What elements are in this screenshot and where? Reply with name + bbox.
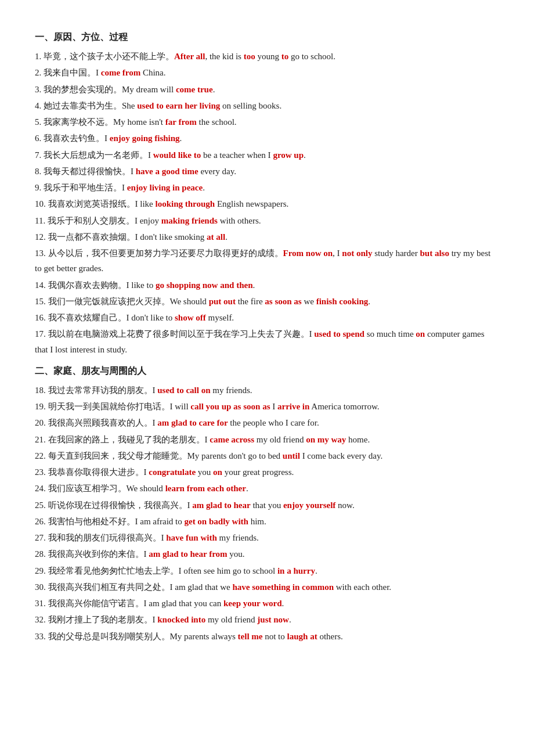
list-item: 12. 我一点都不喜欢抽烟。I don't like smoking at al… bbox=[35, 229, 499, 244]
highlighted-phrase: get on badly with bbox=[184, 517, 248, 526]
highlighted-phrase: tell me bbox=[238, 632, 263, 641]
highlighted-phrase: arrive in bbox=[277, 402, 309, 411]
highlighted-phrase: as soon as bbox=[265, 297, 301, 306]
normal-text: my friends. bbox=[211, 386, 252, 395]
normal-text: , the kid is bbox=[205, 52, 243, 61]
highlighted-phrase: put out bbox=[209, 297, 236, 306]
chinese-text: 我们应该互相学习。We should bbox=[48, 484, 165, 493]
normal-text: be a teacher when I bbox=[201, 150, 273, 160]
normal-text: with each other. bbox=[334, 582, 391, 592]
highlighted-phrase: too bbox=[244, 52, 255, 61]
chinese-text: 我害怕与他相处不好。I am afraid to bbox=[48, 517, 185, 526]
chinese-text: 在我回家的路上，我碰见了我的老朋友。I bbox=[48, 435, 210, 444]
list-item: 6. 我喜欢去钓鱼。I enjoy going fishing. bbox=[35, 131, 499, 146]
chinese-text: 毕竟，这个孩子太小还不能上学。 bbox=[44, 52, 174, 61]
list-item: 26. 我害怕与他相处不好。I am afraid to get on badl… bbox=[35, 514, 499, 529]
list-item: 4. 她过去靠卖书为生。She used to earn her living … bbox=[35, 98, 499, 113]
highlighted-phrase: go shopping now and then bbox=[156, 280, 253, 290]
list-item: 5. 我家离学校不远。My home isn't far from the sc… bbox=[35, 114, 499, 129]
entry-number: 23. bbox=[35, 467, 48, 477]
highlighted-phrase: enjoy going fishing bbox=[110, 134, 180, 143]
chinese-text: 我很高兴照顾我喜欢的人。I bbox=[48, 418, 158, 427]
chinese-text: 她过去靠卖书为生。She bbox=[44, 101, 137, 110]
chinese-text: 我偶尔喜欢去购物。I like to bbox=[48, 280, 156, 290]
highlighted-phrase: far from bbox=[165, 117, 197, 127]
highlighted-phrase: would like to bbox=[153, 150, 201, 160]
normal-text: my old friend bbox=[254, 435, 306, 444]
entry-number: 8. bbox=[35, 167, 44, 176]
chinese-text: 我家离学校不远。My home isn't bbox=[44, 117, 165, 127]
highlighted-phrase: show off bbox=[175, 313, 206, 322]
chinese-text: 我的梦想会实现的。My dream will bbox=[44, 85, 176, 94]
highlighted-phrase: just now bbox=[257, 615, 289, 624]
highlighted-phrase: keep your word bbox=[223, 599, 282, 608]
normal-text: we bbox=[302, 297, 316, 306]
chinese-text: 我很高兴我们相互有共同之处。I am glad that we bbox=[48, 582, 233, 592]
normal-text: the people who I care for. bbox=[228, 418, 319, 427]
page-content: 一、原因、方位、过程1. 毕竟，这个孩子太小还不能上学。After all, t… bbox=[35, 29, 499, 644]
normal-text: English newspapers. bbox=[215, 199, 288, 208]
entry-number: 17. bbox=[35, 329, 48, 339]
highlighted-phrase: but also bbox=[420, 249, 449, 258]
highlighted-phrase: used to earn her living bbox=[137, 101, 220, 110]
list-item: 17. 我以前在电脑游戏上花费了很多时间以至于我在学习上失去了兴趣。I used… bbox=[35, 326, 499, 357]
highlighted-phrase: not only bbox=[342, 249, 372, 258]
entry-number: 12. bbox=[35, 232, 48, 242]
list-item: 9. 我乐于和平地生活。I enjoy living in peace. bbox=[35, 180, 499, 195]
highlighted-phrase: knocked into bbox=[157, 615, 205, 624]
normal-text: him. bbox=[248, 517, 266, 526]
highlighted-phrase: am glad to hear bbox=[192, 501, 250, 510]
entry-number: 27. bbox=[35, 533, 48, 542]
section-title-0: 一、原因、方位、过程 bbox=[35, 29, 499, 45]
list-item: 19. 明天我一到美国就给你打电话。I will call you up as … bbox=[35, 399, 499, 414]
normal-text: America tomorrow. bbox=[309, 402, 379, 411]
list-item: 14. 我偶尔喜欢去购物。I like to go shopping now a… bbox=[35, 278, 499, 293]
list-item: 1. 毕竟，这个孩子太小还不能上学。After all, the kid is … bbox=[35, 49, 499, 64]
list-item: 8. 我每天都过得很愉快。I have a good time every da… bbox=[35, 164, 499, 179]
chinese-text: 我的父母总是叫我别嘲笑别人。My parents always bbox=[48, 632, 238, 641]
list-item: 2. 我来自中国。I come from China. bbox=[35, 65, 499, 80]
chinese-text: 我一点都不喜欢抽烟。I don't like smoking bbox=[48, 232, 207, 242]
highlighted-phrase: enjoy living in peace bbox=[127, 183, 203, 192]
list-item: 20. 我很高兴照顾我喜欢的人。I am glad to care for th… bbox=[35, 415, 499, 430]
entry-number: 6. bbox=[35, 134, 44, 143]
chinese-text: 我们一做完饭就应该把火灭掉。We should bbox=[48, 297, 209, 306]
normal-text: . bbox=[246, 484, 248, 493]
chinese-text: 每天直到我回来，我父母才能睡觉。My parents don't go to b… bbox=[48, 451, 283, 460]
normal-text: . bbox=[368, 297, 370, 306]
normal-text: you. bbox=[228, 549, 245, 559]
normal-text: I come back every day. bbox=[300, 451, 383, 460]
list-item: 13. 从今以后，我不但要更加努力学习还要尽力取得更好的成绩。From now … bbox=[35, 246, 499, 276]
entry-number: 32. bbox=[35, 615, 48, 624]
normal-text: you bbox=[196, 467, 213, 477]
normal-text: my old friend bbox=[205, 615, 257, 624]
chinese-text: 我以前在电脑游戏上花费了很多时间以至于我在学习上失去了兴趣。I bbox=[48, 329, 315, 339]
normal-text: . bbox=[252, 280, 255, 290]
highlighted-phrase: making friends bbox=[161, 216, 218, 225]
list-item: 30. 我很高兴我们相互有共同之处。I am glad that we have… bbox=[35, 579, 499, 595]
list-item: 31. 我很高兴你能信守诺言。I am glad that you can ke… bbox=[35, 596, 499, 611]
section-title-1: 二、家庭、朋友与周围的人 bbox=[35, 363, 499, 379]
chinese-text: 明天我一到美国就给你打电话。I will bbox=[48, 402, 191, 411]
highlighted-phrase: From now on bbox=[283, 249, 333, 258]
normal-text: . bbox=[282, 599, 284, 608]
list-item: 21. 在我回家的路上，我碰见了我的老朋友。I came across my o… bbox=[35, 432, 499, 447]
highlighted-phrase: After all bbox=[174, 52, 205, 61]
highlighted-phrase: have fun with bbox=[166, 533, 217, 542]
normal-text: so much time bbox=[365, 329, 416, 339]
normal-text: . bbox=[304, 150, 306, 160]
highlighted-phrase: laugh at bbox=[287, 632, 317, 641]
list-item: 15. 我们一做完饭就应该把火灭掉。We should put out the … bbox=[35, 294, 499, 309]
list-item: 27. 我和我的朋友们玩得很高兴。I have fun with my frie… bbox=[35, 530, 499, 545]
normal-text: every day. bbox=[199, 167, 236, 176]
chinese-text: 我过去常常拜访我的朋友。I bbox=[48, 386, 158, 395]
highlighted-phrase: in a hurry bbox=[277, 566, 315, 575]
highlighted-phrase: on bbox=[213, 467, 222, 477]
entry-number: 13. bbox=[35, 249, 48, 258]
entry-number: 19. bbox=[35, 402, 48, 411]
normal-text: the school. bbox=[197, 117, 237, 127]
chinese-text: 我来自中国。I bbox=[44, 68, 101, 77]
list-item: 7. 我长大后想成为一名老师。I would like to be a teac… bbox=[35, 147, 499, 163]
list-item: 33. 我的父母总是叫我别嘲笑别人。My parents always tell… bbox=[35, 629, 499, 644]
highlighted-phrase: looking through bbox=[156, 199, 215, 208]
